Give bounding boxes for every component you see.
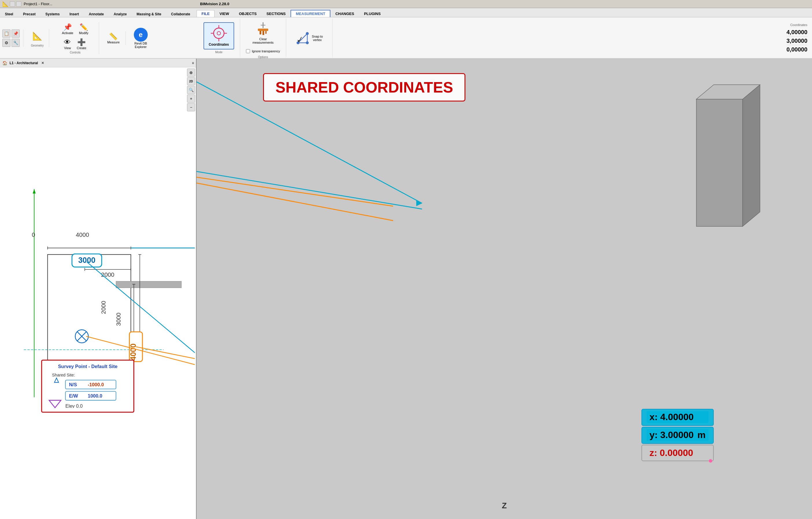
- coord-z-display: z: 0.00000: [647, 447, 708, 459]
- snap-section: Snap tovertex: [286, 19, 333, 58]
- ignore-transparency-label: Ignore transparency: [252, 50, 280, 53]
- quick-tools: 📋 📌 ⚙ 🔧: [2, 29, 23, 47]
- bim-tab-changes[interactable]: CHANGES: [330, 10, 359, 17]
- revit-ribbon-content: 📋 📌 ⚙ 🔧 📐 Geometry 📌 Activate: [0, 17, 197, 59]
- tab-annotate[interactable]: Annotate: [84, 11, 109, 17]
- ignore-transparency-checkbox[interactable]: [246, 49, 250, 53]
- tool-2[interactable]: 📌: [11, 29, 20, 37]
- dim-4000-v: 4000: [129, 344, 138, 361]
- svg-point-0: [214, 28, 224, 38]
- svg-rect-9: [265, 31, 266, 34]
- window-icons: [10, 1, 21, 7]
- survey-point-marker: [709, 459, 712, 463]
- tab-precast[interactable]: Precast: [18, 11, 40, 17]
- coordinates-btn[interactable]: Coordinates: [204, 22, 234, 50]
- tool-3[interactable]: ⚙: [2, 39, 10, 47]
- coord-y-value: 3,00000: [787, 37, 807, 45]
- floor-plan-svg: 0 4000 3000 2000 2000 3000: [0, 67, 196, 519]
- snap-to-vertex-btn[interactable]: Snap tovertex: [292, 29, 327, 47]
- geometry-section: 📐 Geometry: [26, 29, 49, 47]
- mode-section: Coordinates Mode: [198, 19, 240, 58]
- survey-ns-label: N/S: [69, 382, 77, 387]
- survey-ew-label: E/W: [69, 393, 78, 398]
- tab-steel[interactable]: Steel: [0, 11, 18, 17]
- activate-btn[interactable]: 📌 Activate: [60, 22, 76, 36]
- svg-rect-8: [262, 31, 264, 35]
- tool-1[interactable]: 📋: [2, 29, 10, 37]
- clear-measurements-btn[interactable]: Clearmeasurements: [248, 17, 279, 47]
- snap-to-vertex-label: Snap tovertex: [312, 35, 323, 41]
- shared-coordinates-label: SHARED COORDINATES: [263, 73, 465, 102]
- tab-collaborate[interactable]: Collaborate: [166, 11, 195, 17]
- svg-rect-7: [260, 31, 261, 34]
- options-section: Clearmeasurements Ignore transparency Op…: [240, 19, 286, 58]
- view-tab: 🏠 L1 - Architectural × ≡: [0, 59, 196, 67]
- bim-tab-view[interactable]: VIEW: [214, 10, 234, 17]
- svg-marker-12: [298, 33, 307, 43]
- svg-rect-6: [258, 29, 268, 31]
- svg-line-53: [197, 171, 422, 209]
- tab-systems[interactable]: Systems: [40, 11, 64, 17]
- measure-section: 📏 Measure: [102, 31, 126, 45]
- dim-2000-h: 2000: [101, 271, 114, 278]
- coord-x-display: x: 4.00000: [647, 411, 708, 423]
- coord-z-value: 0,00000: [787, 46, 807, 53]
- bim-tab-sections[interactable]: SECTIONS: [262, 10, 291, 17]
- tab-analyze[interactable]: Analyze: [109, 11, 132, 17]
- view-tab-close[interactable]: ×: [41, 60, 44, 66]
- view-tab-label: L1 - Architectural: [9, 61, 38, 65]
- project-icon: 📐: [2, 1, 9, 7]
- controls-section: 📌 Activate ✏️ Modify 👁 View ➕ Create Con…: [52, 22, 99, 54]
- dim-3000-v: 3000: [115, 313, 122, 326]
- geometry-label: Geometry: [31, 44, 44, 47]
- xyz-coordinate-box: x: 4.00000 y: 3.00000 m z: 0.00000: [641, 409, 714, 461]
- revit-db-explorer-btn[interactable]: e Revit DBExplorer: [132, 27, 150, 50]
- 3d-wall-svg: [662, 76, 783, 250]
- explorer-section: e Revit DBExplorer: [128, 27, 153, 50]
- clear-measurements-icon: [255, 20, 271, 36]
- bimvision-title: BIMvision 2.28.0: [200, 2, 229, 6]
- tab-insert[interactable]: Insert: [64, 11, 84, 17]
- measure-btn[interactable]: 📏 Measure: [105, 31, 122, 45]
- svg-rect-21: [48, 254, 131, 362]
- floor-plan-panel: 🏠 L1 - Architectural × ≡ ⊕ 2D 🔍 + − 0: [0, 59, 197, 519]
- coordinates-btn-label: Coordinates: [209, 42, 229, 47]
- svg-marker-19: [33, 189, 35, 194]
- mode-label: Mode: [215, 51, 223, 54]
- svg-marker-49: [696, 99, 743, 226]
- view-canvas[interactable]: ⊕ 2D 🔍 + − 0 4000 3000 2000: [0, 67, 196, 519]
- survey-ns-value: -1000.0: [88, 382, 104, 387]
- coordinates-section-label: Coordinates: [787, 23, 807, 27]
- create-btn[interactable]: ➕ Create: [74, 37, 88, 51]
- bim-tab-file[interactable]: FILE: [197, 10, 214, 17]
- view-btn[interactable]: 👁 View: [62, 37, 73, 51]
- tab-massing[interactable]: Massing & Site: [132, 11, 166, 17]
- svg-marker-56: [416, 200, 422, 206]
- project-title: Project1 - Floor...: [24, 2, 52, 6]
- bim-tab-objects[interactable]: OBJECTS: [234, 10, 261, 17]
- survey-elev: Elev 0.0: [65, 403, 82, 408]
- svg-rect-22: [116, 281, 181, 288]
- bim-tab-plugins[interactable]: PLUGINS: [359, 10, 386, 17]
- modify-btn[interactable]: ✏️ Modify: [77, 22, 90, 36]
- svg-line-55: [197, 183, 393, 221]
- coord-x-value: 4,00000: [787, 29, 807, 36]
- options-label: Options: [258, 56, 268, 59]
- svg-line-54: [197, 177, 393, 206]
- bimvision-ribbon: FILE VIEW OBJECTS SECTIONS MEASUREMENT C…: [197, 8, 812, 59]
- tool-4[interactable]: 🔧: [11, 39, 20, 47]
- survey-ew-value: 1000.0: [88, 393, 102, 398]
- bimvision-tabs: FILE VIEW OBJECTS SECTIONS MEASUREMENT C…: [197, 8, 812, 17]
- panel-collapse-btn[interactable]: ≡: [192, 61, 194, 65]
- bimvision-title-bar: BIMvision 2.28.0: [197, 0, 812, 8]
- dim-4000-top: 4000: [76, 231, 89, 238]
- coord-y-display: y: 3.00000 m: [647, 429, 708, 441]
- survey-shared-site: Shared Site:: [52, 373, 75, 377]
- bim-tab-measurement[interactable]: MEASUREMENT: [291, 10, 330, 17]
- revit-ribbon: Steel Precast Systems Insert Annotate An…: [0, 8, 197, 59]
- svg-point-14: [306, 32, 309, 35]
- bimvision-ribbon-content: Coordinates Mode Clearmeasurements: [197, 17, 812, 59]
- svg-point-15: [306, 41, 309, 44]
- bimvision-3d-panel[interactable]: SHARED COORDINATES x: 4.00000: [197, 59, 812, 519]
- geometry-btn[interactable]: 📐: [29, 29, 46, 43]
